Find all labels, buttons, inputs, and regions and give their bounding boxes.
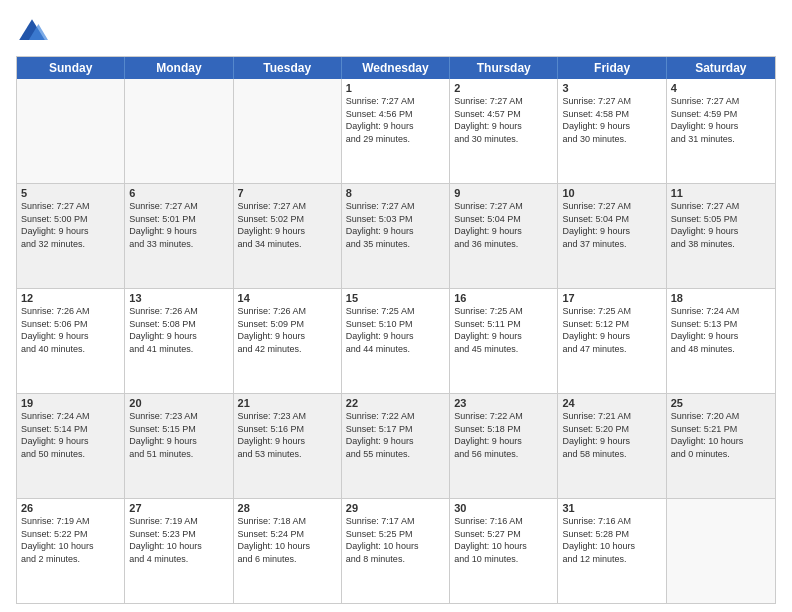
calendar-cell: 27Sunrise: 7:19 AMSunset: 5:23 PMDayligh… xyxy=(125,499,233,603)
page-header xyxy=(16,16,776,48)
calendar-cell: 24Sunrise: 7:21 AMSunset: 5:20 PMDayligh… xyxy=(558,394,666,498)
day-number: 24 xyxy=(562,397,661,409)
day-number: 14 xyxy=(238,292,337,304)
cell-info: Sunrise: 7:23 AMSunset: 5:16 PMDaylight:… xyxy=(238,410,337,460)
calendar-cell: 18Sunrise: 7:24 AMSunset: 5:13 PMDayligh… xyxy=(667,289,775,393)
calendar-cell: 21Sunrise: 7:23 AMSunset: 5:16 PMDayligh… xyxy=(234,394,342,498)
day-number: 22 xyxy=(346,397,445,409)
cell-info: Sunrise: 7:17 AMSunset: 5:25 PMDaylight:… xyxy=(346,515,445,565)
calendar-cell: 11Sunrise: 7:27 AMSunset: 5:05 PMDayligh… xyxy=(667,184,775,288)
day-number: 8 xyxy=(346,187,445,199)
cell-info: Sunrise: 7:21 AMSunset: 5:20 PMDaylight:… xyxy=(562,410,661,460)
weekday-header: Friday xyxy=(558,57,666,79)
calendar-row: 1Sunrise: 7:27 AMSunset: 4:56 PMDaylight… xyxy=(17,79,775,183)
day-number: 4 xyxy=(671,82,771,94)
calendar: SundayMondayTuesdayWednesdayThursdayFrid… xyxy=(16,56,776,604)
day-number: 17 xyxy=(562,292,661,304)
calendar-cell xyxy=(667,499,775,603)
cell-info: Sunrise: 7:27 AMSunset: 5:01 PMDaylight:… xyxy=(129,200,228,250)
cell-info: Sunrise: 7:25 AMSunset: 5:10 PMDaylight:… xyxy=(346,305,445,355)
cell-info: Sunrise: 7:16 AMSunset: 5:27 PMDaylight:… xyxy=(454,515,553,565)
calendar-cell xyxy=(17,79,125,183)
cell-info: Sunrise: 7:16 AMSunset: 5:28 PMDaylight:… xyxy=(562,515,661,565)
calendar-header: SundayMondayTuesdayWednesdayThursdayFrid… xyxy=(17,57,775,79)
calendar-cell: 13Sunrise: 7:26 AMSunset: 5:08 PMDayligh… xyxy=(125,289,233,393)
day-number: 2 xyxy=(454,82,553,94)
calendar-cell: 6Sunrise: 7:27 AMSunset: 5:01 PMDaylight… xyxy=(125,184,233,288)
day-number: 19 xyxy=(21,397,120,409)
cell-info: Sunrise: 7:24 AMSunset: 5:13 PMDaylight:… xyxy=(671,305,771,355)
day-number: 25 xyxy=(671,397,771,409)
weekday-header: Sunday xyxy=(17,57,125,79)
cell-info: Sunrise: 7:27 AMSunset: 5:03 PMDaylight:… xyxy=(346,200,445,250)
calendar-cell: 30Sunrise: 7:16 AMSunset: 5:27 PMDayligh… xyxy=(450,499,558,603)
calendar-cell: 14Sunrise: 7:26 AMSunset: 5:09 PMDayligh… xyxy=(234,289,342,393)
weekday-header: Saturday xyxy=(667,57,775,79)
calendar-cell: 2Sunrise: 7:27 AMSunset: 4:57 PMDaylight… xyxy=(450,79,558,183)
cell-info: Sunrise: 7:19 AMSunset: 5:23 PMDaylight:… xyxy=(129,515,228,565)
calendar-body: 1Sunrise: 7:27 AMSunset: 4:56 PMDaylight… xyxy=(17,79,775,603)
day-number: 10 xyxy=(562,187,661,199)
day-number: 6 xyxy=(129,187,228,199)
weekday-header: Monday xyxy=(125,57,233,79)
logo-icon xyxy=(16,16,48,48)
cell-info: Sunrise: 7:25 AMSunset: 5:12 PMDaylight:… xyxy=(562,305,661,355)
day-number: 28 xyxy=(238,502,337,514)
cell-info: Sunrise: 7:22 AMSunset: 5:18 PMDaylight:… xyxy=(454,410,553,460)
cell-info: Sunrise: 7:26 AMSunset: 5:06 PMDaylight:… xyxy=(21,305,120,355)
cell-info: Sunrise: 7:20 AMSunset: 5:21 PMDaylight:… xyxy=(671,410,771,460)
day-number: 18 xyxy=(671,292,771,304)
cell-info: Sunrise: 7:27 AMSunset: 4:57 PMDaylight:… xyxy=(454,95,553,145)
calendar-row: 19Sunrise: 7:24 AMSunset: 5:14 PMDayligh… xyxy=(17,393,775,498)
calendar-cell: 26Sunrise: 7:19 AMSunset: 5:22 PMDayligh… xyxy=(17,499,125,603)
cell-info: Sunrise: 7:24 AMSunset: 5:14 PMDaylight:… xyxy=(21,410,120,460)
calendar-cell: 15Sunrise: 7:25 AMSunset: 5:10 PMDayligh… xyxy=(342,289,450,393)
calendar-row: 12Sunrise: 7:26 AMSunset: 5:06 PMDayligh… xyxy=(17,288,775,393)
calendar-cell: 19Sunrise: 7:24 AMSunset: 5:14 PMDayligh… xyxy=(17,394,125,498)
calendar-cell: 5Sunrise: 7:27 AMSunset: 5:00 PMDaylight… xyxy=(17,184,125,288)
cell-info: Sunrise: 7:19 AMSunset: 5:22 PMDaylight:… xyxy=(21,515,120,565)
weekday-header: Wednesday xyxy=(342,57,450,79)
calendar-cell: 31Sunrise: 7:16 AMSunset: 5:28 PMDayligh… xyxy=(558,499,666,603)
calendar-cell: 4Sunrise: 7:27 AMSunset: 4:59 PMDaylight… xyxy=(667,79,775,183)
weekday-header: Tuesday xyxy=(234,57,342,79)
day-number: 13 xyxy=(129,292,228,304)
cell-info: Sunrise: 7:27 AMSunset: 4:58 PMDaylight:… xyxy=(562,95,661,145)
day-number: 16 xyxy=(454,292,553,304)
day-number: 30 xyxy=(454,502,553,514)
day-number: 29 xyxy=(346,502,445,514)
cell-info: Sunrise: 7:27 AMSunset: 4:56 PMDaylight:… xyxy=(346,95,445,145)
day-number: 15 xyxy=(346,292,445,304)
calendar-cell: 23Sunrise: 7:22 AMSunset: 5:18 PMDayligh… xyxy=(450,394,558,498)
calendar-cell: 17Sunrise: 7:25 AMSunset: 5:12 PMDayligh… xyxy=(558,289,666,393)
calendar-cell: 25Sunrise: 7:20 AMSunset: 5:21 PMDayligh… xyxy=(667,394,775,498)
logo xyxy=(16,16,52,48)
calendar-cell: 22Sunrise: 7:22 AMSunset: 5:17 PMDayligh… xyxy=(342,394,450,498)
cell-info: Sunrise: 7:26 AMSunset: 5:08 PMDaylight:… xyxy=(129,305,228,355)
day-number: 27 xyxy=(129,502,228,514)
weekday-header: Thursday xyxy=(450,57,558,79)
cell-info: Sunrise: 7:27 AMSunset: 5:02 PMDaylight:… xyxy=(238,200,337,250)
cell-info: Sunrise: 7:27 AMSunset: 5:05 PMDaylight:… xyxy=(671,200,771,250)
cell-info: Sunrise: 7:18 AMSunset: 5:24 PMDaylight:… xyxy=(238,515,337,565)
cell-info: Sunrise: 7:23 AMSunset: 5:15 PMDaylight:… xyxy=(129,410,228,460)
day-number: 23 xyxy=(454,397,553,409)
calendar-cell: 28Sunrise: 7:18 AMSunset: 5:24 PMDayligh… xyxy=(234,499,342,603)
calendar-cell: 10Sunrise: 7:27 AMSunset: 5:04 PMDayligh… xyxy=(558,184,666,288)
day-number: 7 xyxy=(238,187,337,199)
calendar-row: 5Sunrise: 7:27 AMSunset: 5:00 PMDaylight… xyxy=(17,183,775,288)
day-number: 1 xyxy=(346,82,445,94)
calendar-cell xyxy=(125,79,233,183)
calendar-cell: 29Sunrise: 7:17 AMSunset: 5:25 PMDayligh… xyxy=(342,499,450,603)
calendar-cell: 9Sunrise: 7:27 AMSunset: 5:04 PMDaylight… xyxy=(450,184,558,288)
calendar-row: 26Sunrise: 7:19 AMSunset: 5:22 PMDayligh… xyxy=(17,498,775,603)
cell-info: Sunrise: 7:27 AMSunset: 5:00 PMDaylight:… xyxy=(21,200,120,250)
day-number: 20 xyxy=(129,397,228,409)
page-container: SundayMondayTuesdayWednesdayThursdayFrid… xyxy=(0,0,792,612)
calendar-cell: 3Sunrise: 7:27 AMSunset: 4:58 PMDaylight… xyxy=(558,79,666,183)
calendar-cell: 1Sunrise: 7:27 AMSunset: 4:56 PMDaylight… xyxy=(342,79,450,183)
cell-info: Sunrise: 7:26 AMSunset: 5:09 PMDaylight:… xyxy=(238,305,337,355)
calendar-cell: 8Sunrise: 7:27 AMSunset: 5:03 PMDaylight… xyxy=(342,184,450,288)
calendar-cell: 16Sunrise: 7:25 AMSunset: 5:11 PMDayligh… xyxy=(450,289,558,393)
cell-info: Sunrise: 7:27 AMSunset: 5:04 PMDaylight:… xyxy=(562,200,661,250)
